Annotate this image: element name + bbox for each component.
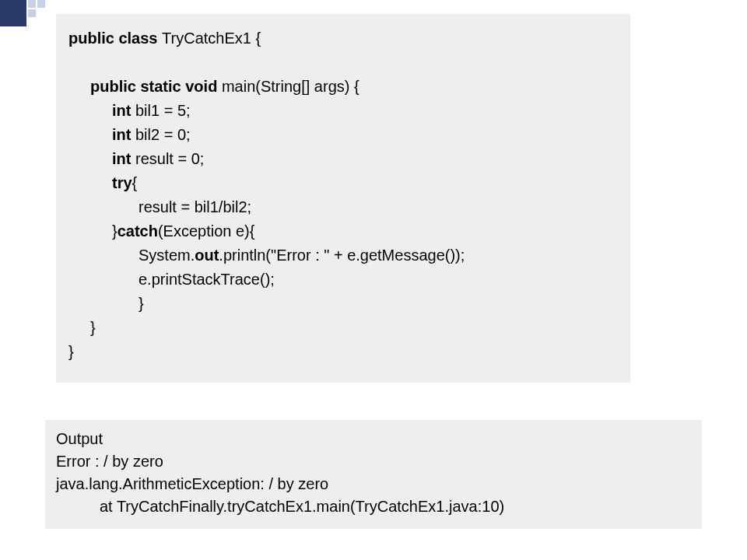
code-line: int bil1 = 5; xyxy=(68,99,616,123)
code-line: } xyxy=(68,292,616,316)
code-text: bil2 = 0; xyxy=(135,126,191,143)
code-text: .println("Error : " + e.getMessage()); xyxy=(219,247,465,264)
code-block: public class TryCatchEx1 { public static… xyxy=(56,14,630,383)
output-line: Error : / by zero xyxy=(56,450,691,473)
keyword: catch xyxy=(117,222,158,240)
code-text: } xyxy=(90,319,96,336)
code-line xyxy=(68,51,616,75)
code-text: main(String[] args) { xyxy=(222,78,359,95)
decoration-small-square xyxy=(28,0,36,8)
code-line: e.printStackTrace(); xyxy=(68,268,616,292)
code-line: try{ xyxy=(68,171,616,195)
code-line: result = bil1/bil2; xyxy=(68,195,616,219)
code-line: public class TryCatchEx1 { xyxy=(68,26,616,51)
field: out xyxy=(195,247,219,264)
output-line: Output xyxy=(56,428,691,450)
code-text: } xyxy=(68,343,74,360)
code-line: public static void main(String[] args) { xyxy=(68,75,616,99)
keyword: public class xyxy=(68,30,162,47)
slide-decoration xyxy=(0,0,47,26)
keyword: public static void xyxy=(90,78,222,95)
keyword: try xyxy=(112,174,132,191)
code-line: int bil2 = 0; xyxy=(68,123,616,147)
code-text: bil1 = 5; xyxy=(135,102,191,119)
code-text: e.printStackTrace(); xyxy=(139,271,275,288)
decoration-small-square xyxy=(37,0,45,8)
code-text: System. xyxy=(139,247,195,264)
code-line: }catch(Exception e){ xyxy=(68,219,616,243)
keyword: int xyxy=(112,126,135,143)
code-text: result = bil1/bil2; xyxy=(139,198,251,215)
keyword: int xyxy=(112,150,135,167)
code-line: } xyxy=(68,340,616,364)
decoration-big-square xyxy=(0,0,26,26)
code-line: System.out.println("Error : " + e.getMes… xyxy=(68,243,616,268)
code-text: } xyxy=(139,295,144,312)
keyword: int xyxy=(112,102,135,119)
output-line: at TryCatchFinally.tryCatchEx1.main(TryC… xyxy=(56,495,691,518)
code-line: int result = 0; xyxy=(68,147,616,171)
decoration-small-square xyxy=(28,9,36,17)
decoration-small-squares xyxy=(28,0,47,19)
code-line: } xyxy=(68,316,616,340)
code-text: TryCatchEx1 { xyxy=(162,30,261,47)
code-text: result = 0; xyxy=(135,150,204,167)
output-line: java.lang.ArithmeticException: / by zero xyxy=(56,473,691,495)
code-text: (Exception e){ xyxy=(158,222,255,240)
output-block: Output Error : / by zero java.lang.Arith… xyxy=(45,420,702,529)
code-text: { xyxy=(132,174,138,191)
code-text: } xyxy=(112,222,117,240)
